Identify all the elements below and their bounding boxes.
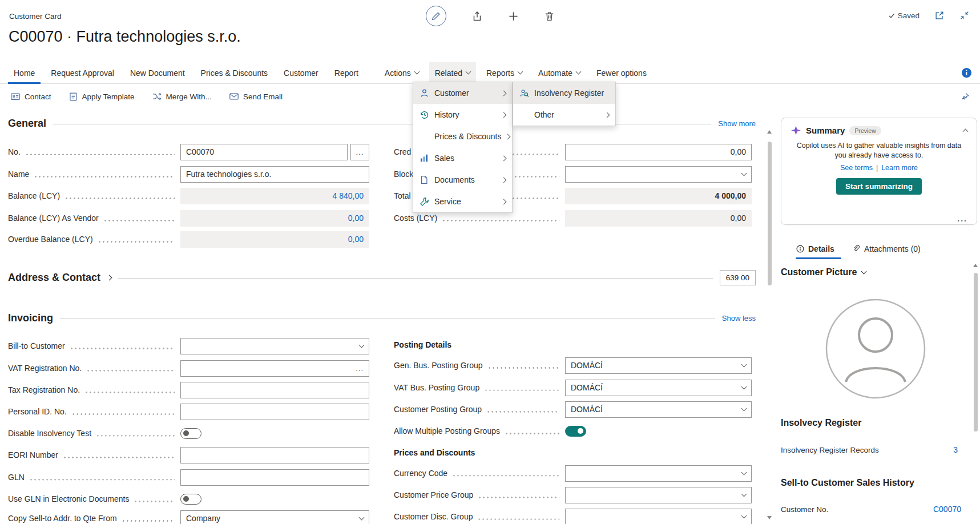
submenu-item-insolvency-register[interactable]: Insolvency Register	[513, 82, 615, 104]
disable-insolvency-toggle[interactable]	[180, 428, 201, 439]
vat-bus-posting-group-select[interactable]: DOMÁCÍ	[565, 380, 752, 396]
tab-details[interactable]: Details	[796, 244, 834, 253]
menu-item-history[interactable]: History	[413, 104, 512, 126]
tax-registration-field-row: Tax Registration No.	[8, 381, 369, 398]
tab-fewer-options[interactable]: Fewer options	[591, 62, 652, 84]
insolvency-records-row: Insolvency Register Records 3	[781, 445, 958, 454]
factbox-tabs: Details Attachments (0)	[796, 241, 921, 257]
total-sales-field[interactable]: 4 000,00	[565, 188, 752, 204]
dotted-leader	[98, 241, 175, 243]
general-section-title[interactable]: General	[8, 118, 46, 130]
learn-more-link[interactable]: Learn more	[881, 164, 918, 172]
balance-vendor-field-row: Balance (LCY) As Vendor 0,00	[8, 209, 369, 227]
no-assist-button[interactable]: ...	[350, 144, 369, 160]
insolvency-register-header[interactable]: Insolvecy Register	[781, 418, 861, 428]
show-more-link[interactable]: Show more	[718, 119, 756, 128]
customer-picture-header[interactable]: Customer Picture	[781, 267, 866, 277]
use-gln-toggle[interactable]	[180, 494, 201, 505]
sales-chart-icon	[418, 153, 430, 163]
tab-attachments[interactable]: Attachments (0)	[852, 244, 921, 253]
tab-customer[interactable]: Customer	[278, 62, 324, 84]
summary-card-header: Summary Preview	[791, 125, 967, 136]
posting-details-subheader: Posting Details	[394, 340, 451, 350]
send-email-button[interactable]: Send Email	[229, 91, 283, 102]
new-button[interactable]	[508, 11, 519, 22]
personal-id-input[interactable]	[180, 404, 369, 420]
chevron-down-icon	[741, 469, 747, 475]
tab-related[interactable]: Related	[429, 62, 476, 84]
bill-to-customer-select[interactable]	[180, 338, 369, 354]
eori-number-input[interactable]	[180, 447, 369, 463]
menu-item-documents[interactable]: Documents	[413, 169, 512, 191]
scroll-down-arrow[interactable]	[767, 516, 772, 519]
balance-as-vendor-field[interactable]: 0,00	[180, 210, 369, 227]
panel-scrollbar-thumb[interactable]	[974, 273, 978, 432]
overdue-balance-label: Overdue Balance (LCY)	[8, 235, 93, 244]
section-divider	[118, 278, 713, 279]
address-contact-section-title[interactable]: Address & Contact	[8, 272, 100, 284]
insolvency-records-value[interactable]: 3	[953, 445, 958, 454]
tab-request-approval[interactable]: Request Approval	[45, 62, 120, 84]
sales-history-header[interactable]: Sell-to Customer Sales History	[781, 478, 914, 488]
currency-code-label: Currency Code	[394, 469, 447, 478]
blocked-select[interactable]	[565, 166, 752, 183]
chevron-right-icon	[107, 275, 112, 280]
copy-sell-to-select[interactable]: Company	[180, 510, 369, 524]
tab-home[interactable]: Home	[8, 62, 41, 84]
delete-button[interactable]	[544, 11, 555, 22]
chevron-up-icon[interactable]	[963, 129, 969, 135]
summary-more-button[interactable]: ...	[957, 214, 967, 223]
dotted-leader	[70, 348, 175, 349]
tab-report[interactable]: Report	[329, 62, 364, 84]
invoicing-section-title[interactable]: Invoicing	[8, 312, 53, 324]
credit-limit-input[interactable]: 0,00	[565, 144, 752, 160]
share-button[interactable]	[471, 10, 483, 22]
tab-automate[interactable]: Automate	[533, 62, 586, 84]
customer-posting-group-select[interactable]: DOMÁCÍ	[565, 401, 752, 418]
no-input[interactable]: C00070	[180, 144, 348, 160]
menu-item-sales[interactable]: Sales	[413, 147, 512, 169]
tax-registration-input[interactable]	[180, 382, 369, 398]
tab-reports[interactable]: Reports	[481, 62, 528, 84]
panel-scroll-up-arrow[interactable]	[973, 264, 978, 267]
factbox-panel: Summary Preview Copilot uses AI to gathe…	[781, 0, 977, 524]
dotted-leader	[487, 367, 559, 369]
submenu-item-other[interactable]: Other	[513, 104, 615, 126]
customer-disc-group-label: Customer Disc. Group	[394, 512, 473, 521]
currency-code-select[interactable]	[565, 465, 752, 482]
currency-code-field-row: Currency Code	[394, 465, 752, 482]
contact-button[interactable]: Contact	[10, 91, 51, 102]
customer-price-group-select[interactable]	[565, 487, 752, 503]
costs-field[interactable]: 0,00	[565, 210, 752, 227]
customer-no-value[interactable]: C00070	[933, 505, 961, 514]
see-terms-link[interactable]: See terms	[840, 164, 873, 172]
envelope-icon	[229, 91, 239, 102]
show-less-link[interactable]: Show less	[722, 314, 756, 323]
link-separator: |	[876, 164, 878, 172]
merge-with-button[interactable]: Merge With...	[152, 91, 212, 102]
start-summarizing-button[interactable]: Start summarizing	[836, 178, 922, 195]
menu-item-customer[interactable]: Customer	[413, 82, 512, 104]
vat-bus-posting-label: VAT Bus. Posting Group	[394, 383, 479, 392]
gen-bus-posting-group-select[interactable]: DOMÁCÍ	[565, 357, 752, 374]
allow-multiple-posting-groups-toggle[interactable]	[565, 426, 586, 437]
customer-disc-group-select[interactable]	[565, 509, 752, 524]
menu-item-prices-discounts[interactable]: Prices & Discounts	[413, 126, 512, 147]
gln-input[interactable]	[180, 469, 369, 486]
vat-assist-button[interactable]: ...	[356, 364, 364, 373]
edit-button[interactable]	[426, 6, 446, 26]
name-input[interactable]: Futra technologies s.r.o.	[180, 166, 369, 183]
tab-new-document[interactable]: New Document	[124, 62, 191, 84]
menu-item-service[interactable]: Service	[413, 191, 512, 212]
apply-template-button[interactable]: Apply Template	[68, 92, 135, 102]
balance-lcy-field[interactable]: 4 840,00	[180, 188, 369, 204]
overdue-balance-field[interactable]: 0,00	[180, 231, 369, 248]
gen-bus-posting-label: Gen. Bus. Posting Group	[394, 361, 483, 370]
address-contact-section-header: Address & Contact 639 00	[8, 269, 756, 285]
scroll-up-arrow[interactable]	[767, 130, 772, 134]
main-scrollbar-thumb[interactable]	[768, 142, 772, 285]
dotted-leader	[29, 479, 175, 481]
tab-prices-discounts[interactable]: Prices & Discounts	[195, 62, 273, 84]
vat-registration-input[interactable]: ...	[180, 360, 369, 377]
tab-actions[interactable]: Actions	[379, 62, 425, 84]
